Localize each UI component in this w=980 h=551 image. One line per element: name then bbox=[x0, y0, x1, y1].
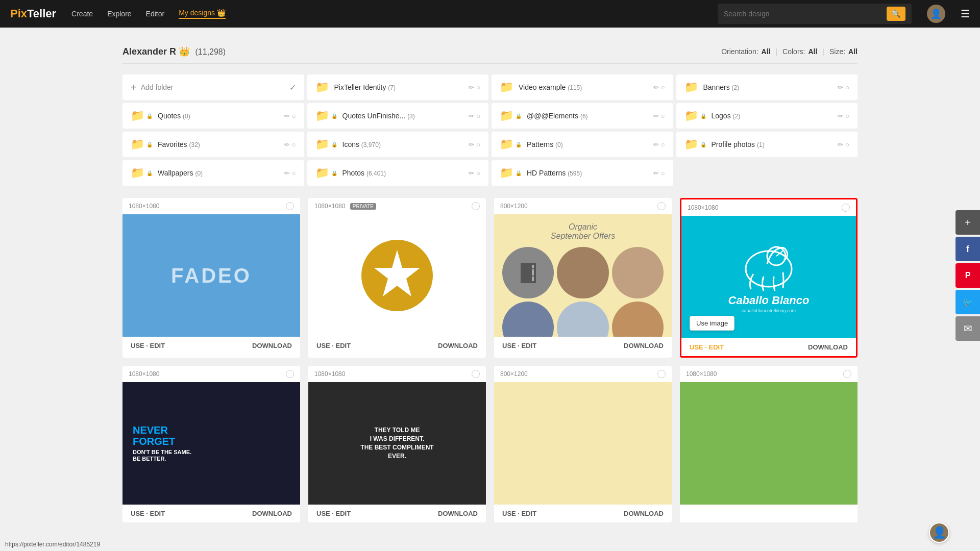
folder-hd-patterns[interactable]: 📁 🔒 HD Patterns (595) ✏○ bbox=[492, 160, 673, 186]
nav-editor[interactable]: Editor bbox=[146, 10, 165, 18]
organic-thumb bbox=[502, 247, 554, 298]
folder-quotes-unfinished[interactable]: 📁 🔒 Quotes UnFinishe... (3) ✏○ bbox=[307, 103, 489, 129]
download-button-7[interactable]: DOWNLOAD bbox=[624, 510, 664, 517]
folder-favorites[interactable]: 📁 🔒 Favorites (32) ✏○ bbox=[122, 132, 304, 157]
card-actions-7: USE · EDIT DOWNLOAD bbox=[494, 505, 672, 522]
design-card-1: 1080×1080 FADEO USE · EDIT DOWNLOAD bbox=[122, 198, 300, 358]
card-actions-6: USE · EDIT DOWNLOAD bbox=[308, 505, 486, 522]
status-url: https://pixteller.com/editor/1485219 bbox=[5, 541, 100, 548]
search-button[interactable]: 🔍 bbox=[887, 7, 905, 21]
folder-elements[interactable]: 📁 🔒 @@@Elements (6) ✏○ bbox=[492, 103, 673, 129]
never-forget-subtext: DON'T BE THE SAME.BE BETTER. bbox=[133, 449, 191, 462]
menu-button[interactable]: ☰ bbox=[961, 8, 970, 20]
orientation-value[interactable]: All bbox=[762, 47, 771, 56]
folder-name: @@@Elements (6) bbox=[527, 112, 648, 120]
download-button-5[interactable]: DOWNLOAD bbox=[252, 510, 292, 517]
use-edit-button-2[interactable]: USE · EDIT bbox=[316, 342, 351, 349]
download-button-4[interactable]: DOWNLOAD bbox=[808, 343, 848, 351]
design-card-6: 1080×1080 THEY TOLD MEI WAS DIFFERENT.TH… bbox=[308, 366, 486, 522]
design-card-4: 1080×1080 Caballo Blanco bbox=[680, 198, 857, 358]
user-info: Alexander R 👑 (11,298) bbox=[122, 46, 226, 57]
search-input[interactable] bbox=[724, 10, 883, 18]
folder-patterns[interactable]: 📁 🔒 Patterns (0) ✏○ bbox=[492, 132, 673, 157]
add-folder-button[interactable]: + Add folder ✓ bbox=[122, 74, 304, 100]
use-edit-button-5[interactable]: USE · EDIT bbox=[131, 510, 165, 517]
social-mail-button[interactable]: ✉ bbox=[955, 316, 980, 341]
folder-name: Logos (2) bbox=[712, 112, 833, 120]
use-edit-button-3[interactable]: USE · EDIT bbox=[502, 342, 536, 349]
folder-banners[interactable]: 📁 Banners (2) ✏○ bbox=[676, 74, 858, 100]
folder-icons[interactable]: 📁 🔒 Icons (3,970) ✏○ bbox=[307, 132, 489, 157]
card-dimensions-6: 1080×1080 bbox=[314, 370, 345, 378]
user-name: Alexander R 👑 bbox=[122, 46, 190, 57]
card-checkbox-8[interactable] bbox=[843, 370, 851, 378]
folder-icon: 📁 bbox=[131, 109, 144, 122]
never-forget-headline: NEVERFORGET bbox=[133, 424, 175, 447]
card-checkbox-7[interactable] bbox=[657, 370, 666, 378]
folder-icon: 📁 bbox=[684, 138, 698, 151]
card-dimensions-3: 800×1200 bbox=[500, 203, 528, 210]
social-facebook-button[interactable]: f bbox=[955, 237, 980, 261]
folder-logos[interactable]: 📁 🔒 Logos (2) ✏○ bbox=[676, 103, 858, 129]
folder-actions: ✏○ bbox=[469, 84, 480, 91]
logo[interactable]: PixTeller bbox=[10, 7, 56, 20]
card-checkbox-4[interactable] bbox=[842, 204, 850, 212]
bottom-avatar[interactable]: 👤 bbox=[929, 522, 949, 543]
card-preview-1: FADEO bbox=[122, 214, 300, 337]
card-dimensions-2: 1080×1080 PRIVATE bbox=[314, 203, 376, 210]
folder-wallpapers[interactable]: 📁 🔒 Wallpapers (0) ✏○ bbox=[122, 160, 304, 186]
folder-icon: 📁 bbox=[684, 109, 698, 122]
folder-video-example[interactable]: 📁 Video example (115) ✏○ bbox=[492, 74, 673, 100]
card-checkbox-3[interactable] bbox=[657, 202, 666, 210]
nav-explore[interactable]: Explore bbox=[107, 10, 131, 18]
card-preview-5: NEVERFORGET DON'T BE THE SAME.BE BETTER. bbox=[122, 382, 300, 505]
card-checkbox-5[interactable] bbox=[286, 370, 294, 378]
header: PixTeller Create Explore Editor My desig… bbox=[0, 0, 980, 28]
folder-photos[interactable]: 📁 🔒 Photos (6,401) ✏○ bbox=[307, 160, 489, 186]
card-checkbox-6[interactable] bbox=[472, 370, 480, 378]
lock-icon: 🔒 bbox=[516, 170, 522, 176]
caballo-brand-name: Caballo Blanco bbox=[728, 294, 810, 307]
folder-actions: ✏○ bbox=[838, 84, 849, 91]
download-button-2[interactable]: DOWNLOAD bbox=[438, 342, 478, 349]
folder-pixteller-identity[interactable]: 📁 PixTeller Identity (7) ✏○ bbox=[307, 74, 489, 100]
use-edit-button-7[interactable]: USE · EDIT bbox=[502, 510, 536, 517]
status-bar: https://pixteller.com/editor/1485219 bbox=[0, 538, 105, 551]
folder-name: Banners (2) bbox=[703, 83, 833, 91]
folder-actions: ✏○ bbox=[653, 141, 665, 148]
folder-profile-photos[interactable]: 📁 🔒 Profile photos (1) ✏○ bbox=[676, 132, 858, 157]
folder-actions: ✏○ bbox=[838, 141, 849, 148]
folder-actions: ✏○ bbox=[838, 112, 849, 120]
folder-quotes[interactable]: 📁 🔒 Quotes (0) ✏○ bbox=[122, 103, 304, 129]
lock-icon: 🔒 bbox=[516, 113, 522, 119]
folder-actions: ✏○ bbox=[284, 169, 296, 177]
card-checkbox-1[interactable] bbox=[286, 202, 294, 210]
main-nav: Create Explore Editor My designs 👑 bbox=[71, 9, 226, 19]
header-avatar[interactable]: 👤 bbox=[927, 5, 945, 23]
star-preview bbox=[308, 214, 486, 337]
use-edit-button-6[interactable]: USE · EDIT bbox=[316, 510, 351, 517]
folder-name: Profile photos (1) bbox=[712, 140, 833, 148]
folder-icon: 📁 bbox=[500, 109, 513, 122]
card-preview-6: THEY TOLD MEI WAS DIFFERENT.THE BEST COM… bbox=[308, 382, 486, 505]
use-edit-button-4[interactable]: USE · EDIT bbox=[690, 343, 724, 351]
colors-value[interactable]: All bbox=[808, 47, 817, 56]
download-button-3[interactable]: DOWNLOAD bbox=[624, 342, 664, 349]
social-pinterest-button[interactable]: P bbox=[955, 263, 980, 288]
download-button-6[interactable]: DOWNLOAD bbox=[438, 510, 478, 517]
lock-icon: 🔒 bbox=[146, 142, 153, 147]
card-preview-2 bbox=[308, 214, 486, 337]
card-header-7: 800×1200 bbox=[494, 366, 672, 382]
size-value[interactable]: All bbox=[848, 47, 857, 56]
card-checkbox-2[interactable] bbox=[472, 202, 480, 210]
nav-create[interactable]: Create bbox=[71, 10, 93, 18]
lock-icon: 🔒 bbox=[331, 170, 337, 176]
use-edit-button-1[interactable]: USE · EDIT bbox=[131, 342, 165, 349]
social-add-button[interactable]: + bbox=[955, 210, 980, 235]
nav-mydesigns[interactable]: My designs 👑 bbox=[179, 9, 226, 19]
folder-icon: 📁 bbox=[315, 138, 329, 151]
download-button-1[interactable]: DOWNLOAD bbox=[252, 342, 292, 349]
designs-grid-row2: 1080×1080 NEVERFORGET DON'T BE THE SAME.… bbox=[122, 366, 857, 522]
card-dimensions-8: 1080×1080 bbox=[686, 370, 717, 378]
social-twitter-button[interactable]: 🐦 bbox=[955, 290, 980, 314]
